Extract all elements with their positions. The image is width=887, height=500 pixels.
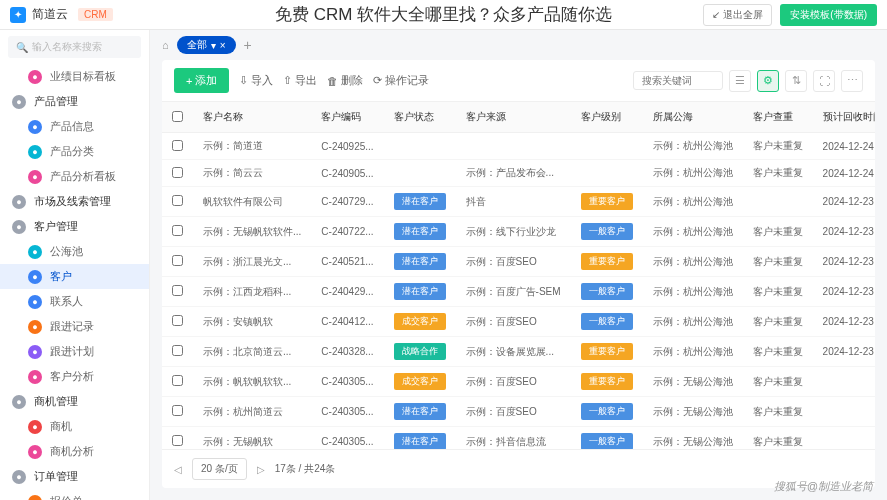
logo-icon: ✦ <box>10 7 26 23</box>
sidebar-item[interactable]: ●联系人 <box>0 289 149 314</box>
sidebar-item[interactable]: ●产品管理 <box>0 89 149 114</box>
page-info: 17条 / 共24条 <box>275 462 336 476</box>
table-search-input[interactable] <box>633 71 723 90</box>
page-size-select[interactable]: 20 条/页 <box>192 458 247 480</box>
sidebar-item[interactable]: ●产品分类 <box>0 139 149 164</box>
nav-icon: ● <box>28 295 42 309</box>
row-checkbox[interactable] <box>172 255 183 266</box>
prev-page-button[interactable]: ◁ <box>174 464 182 475</box>
close-icon[interactable]: × <box>220 40 226 51</box>
nav-icon: ● <box>28 495 42 501</box>
topbar: ✦ 简道云 CRM 免费 CRM 软件大全哪里找？众多产品随你选 ↙ 退出全屏 … <box>0 0 887 30</box>
settings-icon[interactable]: ⚙ <box>757 70 779 92</box>
table-row[interactable]: 示例：无锡帆软软件...C-240722...潜在客户示例：线下行业沙龙 一般客… <box>162 217 875 247</box>
pagination: ◁ 20 条/页 ▷ 17条 / 共24条 <box>162 449 875 488</box>
filter-icon[interactable]: ☰ <box>729 70 751 92</box>
nav-icon: ● <box>12 195 26 209</box>
table-row[interactable]: 示例：安镇帆软C-240412...成交客户示例：百度SEO 一般客户示例：杭州… <box>162 307 875 337</box>
sidebar-item[interactable]: ●跟进计划 <box>0 339 149 364</box>
table-row[interactable]: 示例：浙江晨光文...C-240521...潜在客户示例：百度SEO 重要客户示… <box>162 247 875 277</box>
sidebar-item[interactable]: ●商机 <box>0 414 149 439</box>
column-header[interactable]: 客户状态 <box>384 102 456 133</box>
data-table: 客户名称客户编码客户状态客户来源客户级别所属公海客户查重预计回收时间所属行业客 … <box>162 102 875 449</box>
import-button[interactable]: ⇩ 导入 <box>239 73 273 88</box>
exit-fullscreen-button[interactable]: ↙ 退出全屏 <box>703 4 772 26</box>
row-checkbox[interactable] <box>172 405 183 416</box>
column-header[interactable]: 客户编码 <box>311 102 383 133</box>
table-wrap[interactable]: 客户名称客户编码客户状态客户来源客户级别所属公海客户查重预计回收时间所属行业客 … <box>162 102 875 449</box>
table-row[interactable]: 示例：杭州简道云C-240305...潜在客户示例：百度SEO 一般客户示例：无… <box>162 397 875 427</box>
toolbar: + 添加 ⇩ 导入 ⇧ 导出 🗑 删除 ⟳ 操作记录 ☰ ⚙ ⇅ ⛶ ⋯ <box>162 60 875 102</box>
column-header[interactable]: 预计回收时间 <box>813 102 875 133</box>
crm-badge: CRM <box>78 8 113 21</box>
sidebar-item[interactable]: ●跟进记录 <box>0 314 149 339</box>
column-header[interactable]: 客户名称 <box>193 102 311 133</box>
nav-icon: ● <box>28 245 42 259</box>
page-headline: 免费 CRM 软件大全哪里找？众多产品随你选 <box>275 3 612 26</box>
nav-icon: ● <box>28 420 42 434</box>
row-checkbox[interactable] <box>172 435 183 446</box>
watermark: 搜狐号@制造业老简 <box>774 479 873 494</box>
export-button[interactable]: ⇧ 导出 <box>283 73 317 88</box>
nav-icon: ● <box>28 320 42 334</box>
column-header[interactable]: 客户查重 <box>743 102 813 133</box>
more-icon[interactable]: ⋯ <box>841 70 863 92</box>
sidebar-item[interactable]: ●商机分析 <box>0 439 149 464</box>
row-checkbox[interactable] <box>172 225 183 236</box>
column-header[interactable]: 客户级别 <box>571 102 643 133</box>
log-button[interactable]: ⟳ 操作记录 <box>373 73 429 88</box>
nav-icon: ● <box>12 470 26 484</box>
sidebar: 🔍 输入名称来搜索 ●业绩目标看板●产品管理●产品信息●产品分类●产品分析看板●… <box>0 30 150 500</box>
table-row[interactable]: 示例：帆软帆软软...C-240305...成交客户示例：百度SEO 重要客户示… <box>162 367 875 397</box>
logo-text: 简道云 <box>32 6 68 23</box>
nav-icon: ● <box>12 220 26 234</box>
nav-icon: ● <box>28 70 42 84</box>
column-header[interactable]: 客户来源 <box>456 102 571 133</box>
main-area: ⌂ 全部 ▾ × + + 添加 ⇩ 导入 ⇧ 导出 🗑 删除 ⟳ 操作记录 ☰ … <box>150 30 887 500</box>
logo-area: ✦ 简道云 CRM <box>10 6 113 23</box>
column-header[interactable]: 所属公海 <box>643 102 743 133</box>
sidebar-item[interactable]: ●产品信息 <box>0 114 149 139</box>
nav-icon: ● <box>28 270 42 284</box>
sidebar-search[interactable]: 🔍 输入名称来搜索 <box>8 36 141 58</box>
table-row[interactable]: 示例：北京简道云...C-240328...战略合作示例：设备展览展... 重要… <box>162 337 875 367</box>
sidebar-item[interactable]: ●业绩目标看板 <box>0 64 149 89</box>
select-all-checkbox[interactable] <box>172 111 183 122</box>
sort-icon[interactable]: ⇅ <box>785 70 807 92</box>
row-checkbox[interactable] <box>172 167 183 178</box>
nav-icon: ● <box>28 345 42 359</box>
sidebar-item[interactable]: ●客户 <box>0 264 149 289</box>
sidebar-item[interactable]: ●公海池 <box>0 239 149 264</box>
row-checkbox[interactable] <box>172 140 183 151</box>
sidebar-item[interactable]: ●报价单 <box>0 489 149 500</box>
nav-icon: ● <box>28 445 42 459</box>
row-checkbox[interactable] <box>172 375 183 386</box>
row-checkbox[interactable] <box>172 195 183 206</box>
next-page-button[interactable]: ▷ <box>257 464 265 475</box>
sidebar-item[interactable]: ●市场及线索管理 <box>0 189 149 214</box>
tab-all[interactable]: 全部 ▾ × <box>177 36 236 54</box>
sidebar-item[interactable]: ●客户管理 <box>0 214 149 239</box>
nav-icon: ● <box>12 395 26 409</box>
table-row[interactable]: 帆软软件有限公司C-240729...潜在客户抖音 重要客户示例：杭州公海池20… <box>162 187 875 217</box>
row-checkbox[interactable] <box>172 345 183 356</box>
row-checkbox[interactable] <box>172 315 183 326</box>
table-row[interactable]: 示例：简云云C-240905...示例：产品发布会... 示例：杭州公海池客户未… <box>162 160 875 187</box>
expand-icon[interactable]: ⛶ <box>813 70 835 92</box>
table-row[interactable]: 示例：简道道C-240925... 示例：杭州公海池客户未重复2024-12-2… <box>162 133 875 160</box>
nav-icon: ● <box>28 120 42 134</box>
home-icon[interactable]: ⌂ <box>162 39 169 51</box>
nav-icon: ● <box>28 170 42 184</box>
sidebar-item[interactable]: ●商机管理 <box>0 389 149 414</box>
sidebar-item[interactable]: ●订单管理 <box>0 464 149 489</box>
delete-button[interactable]: 🗑 删除 <box>327 73 363 88</box>
column-header[interactable] <box>162 102 193 133</box>
table-row[interactable]: 示例：无锡帆软C-240305...潜在客户示例：抖音信息流 一般客户示例：无锡… <box>162 427 875 450</box>
row-checkbox[interactable] <box>172 285 183 296</box>
table-row[interactable]: 示例：江西龙稻科...C-240429...潜在客户示例：百度广告-SEM 一般… <box>162 277 875 307</box>
install-template-button[interactable]: 安装模板(带数据) <box>780 4 877 26</box>
sidebar-item[interactable]: ●客户分析 <box>0 364 149 389</box>
tab-add-button[interactable]: + <box>244 37 252 53</box>
sidebar-item[interactable]: ●产品分析看板 <box>0 164 149 189</box>
add-button[interactable]: + 添加 <box>174 68 229 93</box>
